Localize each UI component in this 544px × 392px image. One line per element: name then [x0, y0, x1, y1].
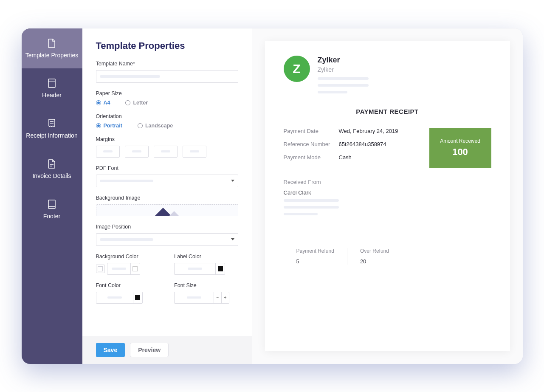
save-button[interactable]: Save	[96, 343, 125, 357]
field-template-name: Template Name*	[96, 61, 238, 83]
label-color-label: Label Color	[174, 254, 238, 259]
font-size-input[interactable]: − +	[174, 292, 229, 304]
orientation-landscape[interactable]: Landscape	[138, 123, 173, 129]
over-refund-label: Over Refund	[360, 248, 389, 254]
over-refund-value: 20	[360, 258, 389, 265]
margin-bottom-input[interactable]	[154, 146, 178, 158]
receipt-preview: Z Zylker Zylker PAYMENT RECEIPT Payment …	[265, 41, 510, 351]
field-background-image: Background Image	[96, 195, 238, 216]
amount-received-value: 100	[434, 147, 487, 158]
payment-date-value: Wed, February 24, 2019	[339, 128, 398, 134]
sidebar-item-label: Footer	[43, 212, 60, 220]
paper-size-label: Paper Size	[96, 90, 238, 96]
pdf-font-label: PDF Font	[96, 165, 238, 171]
form-panel: Template Properties Template Name* Paper…	[82, 28, 252, 364]
margin-top-input[interactable]	[96, 146, 120, 158]
company-name: Zylker	[318, 56, 491, 65]
field-font-size: Font Size − +	[174, 282, 238, 304]
background-color-label: Background Color	[96, 254, 160, 259]
sidebar-item-invoice-details[interactable]: Invoice Details	[22, 149, 82, 189]
sidebar-item-header[interactable]: Header	[22, 68, 82, 109]
payment-date-label: Payment Date	[284, 128, 339, 134]
background-image-upload[interactable]	[96, 204, 238, 216]
amount-received-box: Amount Received 100	[429, 128, 491, 168]
sidebar-item-label: Receipt Information	[26, 132, 77, 140]
orientation-portrait[interactable]: Portrait	[96, 123, 122, 129]
received-from-name: Carol Clark	[284, 189, 491, 196]
label-color-input[interactable]	[174, 263, 225, 275]
received-from-label: Received From	[284, 179, 491, 185]
company-sub: Zylker	[318, 66, 491, 73]
reference-number-label: Reference Number	[284, 141, 339, 147]
margin-left-input[interactable]	[183, 146, 206, 158]
company-logo: Z	[284, 56, 310, 82]
svg-rect-6	[48, 200, 55, 209]
reference-number-value: 65t264384u358974	[339, 141, 386, 147]
amount-received-label: Amount Received	[434, 138, 487, 144]
form-footer: Save Preview	[82, 336, 252, 364]
footer-icon	[48, 199, 56, 210]
font-color-input[interactable]	[96, 292, 143, 304]
receipt-title: PAYMENT RECEIPT	[284, 108, 491, 115]
background-color-input[interactable]	[107, 263, 140, 275]
refund-section: Payment Refund 5 Over Refund 20	[284, 241, 491, 265]
chevron-down-icon	[231, 180, 234, 182]
pdf-font-select[interactable]	[96, 175, 238, 187]
font-size-decrease[interactable]: −	[214, 292, 221, 303]
paper-size-letter[interactable]: Letter	[125, 100, 148, 106]
field-image-position: Image Position	[96, 224, 238, 246]
template-name-label: Template Name*	[96, 61, 238, 67]
sidebar-item-receipt-information[interactable]: Receipt Information	[22, 109, 82, 149]
payment-refund-label: Payment Refund	[296, 248, 334, 254]
template-name-input[interactable]	[96, 70, 238, 83]
sidebar-item-template-properties[interactable]: Template Properties	[22, 28, 82, 69]
sidebar: Template Properties Header Receipt Infor…	[22, 28, 82, 364]
orientation-label: Orientation	[96, 113, 238, 119]
margin-right-input[interactable]	[125, 146, 149, 158]
chevron-down-icon	[231, 238, 234, 240]
background-color-swatch-picker[interactable]	[96, 265, 104, 273]
preview-panel: Z Zylker Zylker PAYMENT RECEIPT Payment …	[252, 28, 523, 364]
margins-label: Margins	[96, 136, 238, 142]
field-pdf-font: PDF Font	[96, 165, 238, 187]
invoice-icon	[48, 158, 56, 169]
sidebar-item-label: Invoice Details	[32, 172, 71, 180]
font-color-label: Font Color	[96, 282, 160, 288]
field-orientation: Orientation Portrait Landscape	[96, 113, 238, 129]
field-label-color: Label Color	[174, 254, 238, 275]
receipt-icon	[48, 118, 56, 129]
field-paper-size: Paper Size A4 Letter	[96, 90, 238, 106]
background-image-label: Background Image	[96, 195, 238, 201]
sidebar-item-label: Template Properties	[25, 51, 79, 59]
payment-refund-value: 5	[296, 258, 334, 265]
field-font-color: Font Color	[96, 282, 160, 304]
image-placeholder-icon	[168, 211, 180, 216]
sidebar-item-label: Header	[42, 91, 62, 99]
image-position-label: Image Position	[96, 224, 238, 230]
font-size-label: Font Size	[174, 282, 238, 288]
page-title: Template Properties	[96, 40, 238, 51]
payment-mode-label: Payment Mode	[284, 154, 339, 161]
header-icon	[48, 78, 56, 89]
sidebar-item-footer[interactable]: Footer	[22, 189, 82, 230]
preview-button[interactable]: Preview	[130, 343, 169, 357]
payment-mode-value: Cash	[339, 154, 352, 161]
document-icon	[48, 38, 56, 49]
field-margins: Margins	[96, 136, 238, 158]
image-position-select[interactable]	[96, 233, 238, 246]
app-window: Template Properties Header Receipt Infor…	[22, 28, 523, 364]
field-background-color: Background Color	[96, 254, 160, 275]
font-size-increase[interactable]: +	[221, 292, 229, 303]
paper-size-a4[interactable]: A4	[96, 100, 110, 106]
svg-rect-0	[48, 79, 55, 87]
